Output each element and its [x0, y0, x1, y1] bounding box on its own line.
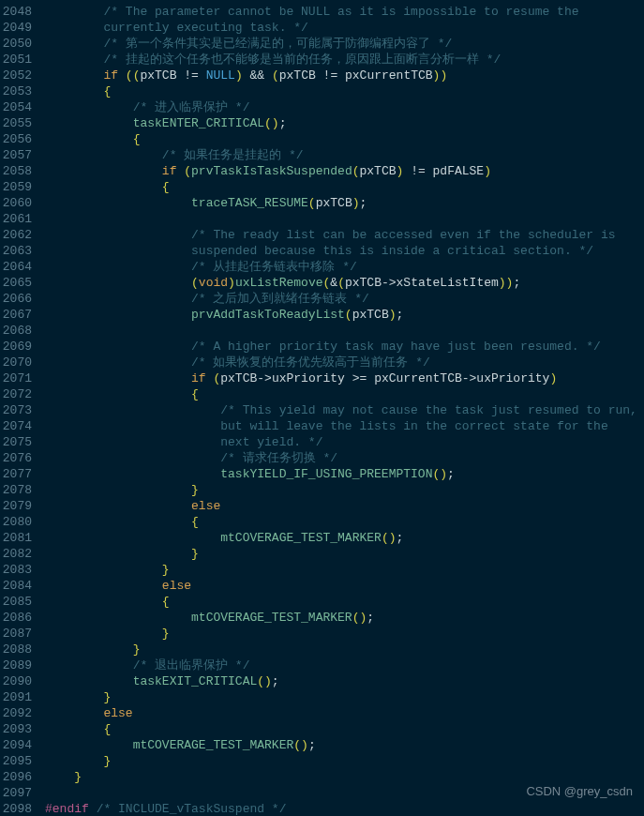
line-number: 2064 [0, 259, 45, 275]
line-code: prvAddTaskToReadyList(pxTCB); [45, 307, 644, 323]
line-number: 2074 [0, 418, 45, 434]
code-line: 2087 } [0, 626, 644, 642]
code-line: 2098#endif /* INCLUDE_vTaskSuspend */ [0, 801, 644, 816]
code-line: 2067 prvAddTaskToReadyList(pxTCB); [0, 307, 644, 323]
code-line: 2054 /* 进入临界保护 */ [0, 99, 644, 115]
line-code: mtCOVERAGE_TEST_MARKER(); [45, 737, 644, 753]
code-line: 2048 /* The parameter cannot be NULL as … [0, 4, 644, 20]
line-code: { [45, 131, 644, 147]
code-line: 2069 /* A higher priority task may have … [0, 339, 644, 355]
line-code: } [45, 753, 644, 769]
line-code: taskYIELD_IF_USING_PREEMPTION(); [45, 466, 644, 482]
line-number: 2054 [0, 99, 45, 115]
line-number: 2088 [0, 642, 45, 657]
line-number: 2077 [0, 466, 45, 482]
line-number: 2053 [0, 83, 45, 99]
code-line: 2084 else [0, 578, 644, 594]
code-line: 2068 [0, 323, 644, 339]
line-code: /* 退出临界保护 */ [45, 657, 644, 673]
line-number: 2082 [0, 546, 45, 562]
line-number: 2058 [0, 163, 45, 179]
line-code: else [45, 705, 644, 721]
code-line: 2081 mtCOVERAGE_TEST_MARKER(); [0, 530, 644, 546]
line-code: /* The parameter cannot be NULL as it is… [45, 4, 644, 20]
code-line: 2074 but will leave the lists in the cor… [0, 418, 644, 434]
line-code: traceTASK_RESUME(pxTCB); [45, 195, 644, 211]
line-number: 2096 [0, 769, 45, 785]
line-number: 2060 [0, 195, 45, 211]
line-number: 2068 [0, 323, 45, 339]
line-code: { [45, 179, 644, 195]
line-code [45, 323, 644, 339]
line-code: taskEXIT_CRITICAL(); [45, 673, 644, 689]
code-line: 2053 { [0, 83, 644, 99]
code-line: 2057 /* 如果任务是挂起的 */ [0, 147, 644, 163]
line-number: 2092 [0, 705, 45, 721]
line-code: } [45, 626, 644, 642]
line-number: 2089 [0, 657, 45, 673]
code-line: 2091 } [0, 689, 644, 705]
line-code: (void)uxListRemove(&(pxTCB->xStateListIt… [45, 275, 644, 291]
line-code: else [45, 498, 644, 514]
line-code: /* The ready list can be accessed even i… [45, 227, 644, 243]
line-code: /* 请求任务切换 */ [45, 450, 644, 466]
code-line: 2065 (void)uxListRemove(&(pxTCB->xStateL… [0, 275, 644, 291]
line-code: suspended because this is inside a criti… [45, 243, 644, 259]
line-number: 2056 [0, 131, 45, 147]
line-number: 2078 [0, 482, 45, 498]
line-number: 2052 [0, 68, 45, 83]
line-code: /* 如果恢复的任务优先级高于当前任务 */ [45, 355, 644, 370]
code-line: 2059 { [0, 179, 644, 195]
line-number: 2069 [0, 339, 45, 355]
line-code: /* 如果任务是挂起的 */ [45, 147, 644, 163]
line-number: 2097 [0, 785, 45, 801]
line-number: 2080 [0, 514, 45, 530]
code-line: 2085 { [0, 594, 644, 610]
code-line: 2072 { [0, 386, 644, 402]
line-number: 2084 [0, 578, 45, 594]
line-number: 2066 [0, 291, 45, 307]
code-line: 2049 currently executing task. */ [0, 20, 644, 36]
line-code: } [45, 769, 644, 785]
line-number: 2071 [0, 370, 45, 386]
line-code: /* 之后加入到就绪任务链表 */ [45, 291, 644, 307]
code-line: 2093 { [0, 721, 644, 737]
line-number: 2085 [0, 594, 45, 610]
line-number: 2048 [0, 4, 45, 20]
code-line: 2051 /* 挂起的这个任务也不能够是当前的任务，原因跟上面断言分析一样 */ [0, 52, 644, 68]
line-number: 2072 [0, 386, 45, 402]
code-line: 2061 [0, 211, 644, 227]
line-code [45, 785, 644, 801]
line-code: else [45, 578, 644, 594]
line-code: { [45, 83, 644, 99]
line-number: 2079 [0, 498, 45, 514]
line-code: { [45, 721, 644, 737]
line-number: 2091 [0, 689, 45, 705]
code-line: 2050 /* 第一个条件其实是已经满足的，可能属于防御编程内容了 */ [0, 36, 644, 52]
code-line: 2095 } [0, 753, 644, 769]
code-line: 2088 } [0, 642, 644, 657]
code-line: 2064 /* 从挂起任务链表中移除 */ [0, 259, 644, 275]
code-line: 2092 else [0, 705, 644, 721]
code-line: 2066 /* 之后加入到就绪任务链表 */ [0, 291, 644, 307]
code-line: 2073 /* This yield may not cause the tas… [0, 402, 644, 418]
line-code: } [45, 642, 644, 657]
line-code [45, 211, 644, 227]
line-code: taskENTER_CRITICAL(); [45, 115, 644, 131]
line-code: mtCOVERAGE_TEST_MARKER(); [45, 530, 644, 546]
line-number: 2086 [0, 610, 45, 626]
line-number: 2075 [0, 434, 45, 450]
code-line: 2082 } [0, 546, 644, 562]
code-line: 2090 taskEXIT_CRITICAL(); [0, 673, 644, 689]
line-code: { [45, 594, 644, 610]
line-code: /* A higher priority task may have just … [45, 339, 644, 355]
line-number: 2093 [0, 721, 45, 737]
code-block: 2048 /* The parameter cannot be NULL as … [0, 0, 644, 816]
line-code: /* 进入临界保护 */ [45, 99, 644, 115]
line-number: 2049 [0, 20, 45, 36]
line-number: 2081 [0, 530, 45, 546]
code-line: 2076 /* 请求任务切换 */ [0, 450, 644, 466]
line-number: 2098 [0, 801, 45, 816]
line-code: /* 从挂起任务链表中移除 */ [45, 259, 644, 275]
line-code: if (prvTaskIsTaskSuspended(pxTCB) != pdF… [45, 163, 644, 179]
